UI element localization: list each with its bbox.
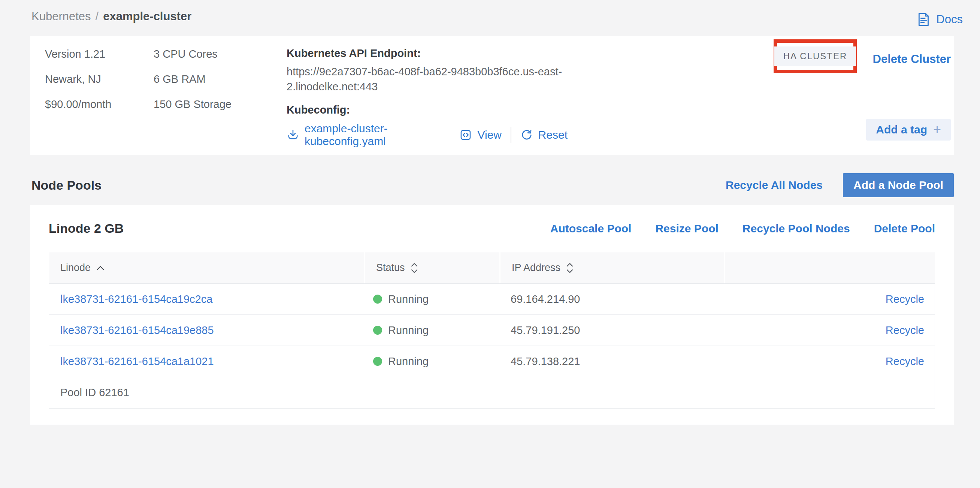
divider: [511, 127, 511, 143]
header-label-status: Status: [376, 262, 405, 274]
node-link[interactable]: lke38731-62161-6154ca19c2ca: [60, 293, 212, 305]
table-header-actions: [724, 252, 935, 283]
docs-icon: [916, 12, 931, 27]
view-label: View: [477, 129, 501, 141]
table-row: lke38731-62161-6154ca19e885 Running 45.7…: [49, 314, 935, 346]
node-pools-title: Node Pools: [32, 178, 102, 193]
add-tag-label: Add a tag: [876, 123, 927, 136]
status-text: Running: [388, 293, 429, 305]
table-row: lke38731-62161-6154ca19c2ca Running 69.1…: [49, 283, 935, 314]
recycle-button[interactable]: Recycle: [886, 355, 924, 368]
ip-address: 45.79.191.250: [500, 324, 724, 336]
status-text: Running: [388, 324, 429, 336]
pool-action-delete[interactable]: Delete Pool: [874, 222, 935, 235]
pool-action-autoscale[interactable]: Autoscale Pool: [550, 222, 632, 235]
table-header-row: Linode Status IP Address: [49, 252, 935, 283]
kubeconfig-actions-row: example-cluster-kubeconfig.yaml View: [286, 122, 568, 148]
api-endpoint-label: Kubernetes API Endpoint:: [286, 47, 568, 60]
reset-kubeconfig-button[interactable]: Reset: [520, 129, 568, 141]
plus-icon: +: [933, 123, 941, 136]
ip-address: 69.164.214.90: [500, 293, 724, 305]
breadcrumb-section-link[interactable]: Kubernetes: [32, 10, 91, 23]
status-dot: [373, 326, 382, 335]
divider: [450, 127, 451, 143]
annotation-highlight-box: HA CLUSTER: [773, 39, 857, 73]
table-header-status[interactable]: Status: [364, 252, 500, 283]
pool-action-resize[interactable]: Resize Pool: [655, 222, 718, 235]
node-link[interactable]: lke38731-62161-6154ca19e885: [60, 324, 214, 336]
header-label-ip: IP Address: [512, 262, 560, 274]
reset-icon: [520, 129, 533, 141]
spec-column-1: Version 1.21 Newark, NJ $90.00/month: [45, 41, 111, 117]
breadcrumb-separator: /: [95, 10, 99, 23]
reset-label: Reset: [538, 129, 568, 141]
kubeconfig-download-link[interactable]: example-cluster-kubeconfig.yaml: [286, 122, 441, 148]
status-dot: [373, 357, 382, 366]
spec-price: $90.00/month: [45, 92, 111, 117]
docs-link[interactable]: Docs: [916, 12, 963, 27]
node-pools-header: Node Pools Recycle All Nodes Add a Node …: [32, 169, 954, 201]
spec-ram: 6 GB RAM: [154, 67, 232, 92]
kubeconfig-label: Kubeconfig:: [286, 104, 568, 116]
header-label-linode: Linode: [60, 262, 91, 274]
spec-column-2: 3 CPU Cores 6 GB RAM 150 GB Storage: [154, 41, 232, 117]
ha-cluster-badge: HA CLUSTER: [774, 46, 856, 66]
spec-region: Newark, NJ: [45, 67, 111, 92]
breadcrumb: Kubernetes / example-cluster: [32, 10, 191, 23]
spec-version: Version 1.21: [45, 41, 111, 67]
recycle-button[interactable]: Recycle: [886, 324, 924, 336]
download-icon: [286, 129, 299, 141]
ip-address: 45.79.138.221: [500, 355, 724, 368]
node-pool-card: Linode 2 GB Autoscale Pool Resize Pool R…: [30, 205, 954, 425]
kubeconfig-filename: example-cluster-kubeconfig.yaml: [305, 122, 441, 148]
pool-name: Linode 2 GB: [49, 221, 124, 236]
api-endpoint-block: Kubernetes API Endpoint: https://9e2a730…: [286, 47, 568, 148]
status-indicator: Running: [364, 355, 500, 368]
table-header-ip[interactable]: IP Address: [500, 252, 724, 283]
node-link[interactable]: lke38731-62161-6154ca1a1021: [60, 355, 214, 367]
status-text: Running: [388, 355, 429, 368]
add-node-pool-button[interactable]: Add a Node Pool: [843, 173, 954, 197]
api-endpoint-url: https://9e2a7307-b6ac-408f-ba62-9483b0b3…: [286, 64, 568, 94]
breadcrumb-current: example-cluster: [103, 10, 191, 23]
status-indicator: Running: [364, 324, 500, 336]
nodes-table: Linode Status IP Address: [49, 252, 935, 408]
table-header-linode[interactable]: Linode: [49, 252, 364, 283]
pool-header: Linode 2 GB Autoscale Pool Resize Pool R…: [30, 205, 954, 252]
sort-both-icon: [566, 262, 574, 274]
recycle-all-nodes-button[interactable]: Recycle All Nodes: [725, 179, 822, 191]
view-kubeconfig-button[interactable]: View: [459, 129, 501, 141]
delete-cluster-button[interactable]: Delete Cluster: [873, 53, 951, 66]
spec-cpu: 3 CPU Cores: [154, 41, 232, 67]
table-row: lke38731-62161-6154ca1a1021 Running 45.7…: [49, 346, 935, 377]
recycle-button[interactable]: Recycle: [886, 293, 924, 305]
status-dot: [373, 295, 382, 304]
sort-ascending-icon: [96, 265, 105, 271]
code-view-icon: [459, 129, 472, 141]
add-tag-button[interactable]: Add a tag +: [866, 119, 951, 140]
sort-both-icon: [410, 262, 418, 274]
pool-action-recycle-nodes[interactable]: Recycle Pool Nodes: [743, 222, 850, 235]
cluster-summary-card: Version 1.21 Newark, NJ $90.00/month 3 C…: [30, 36, 954, 155]
pool-actions: Autoscale Pool Resize Pool Recycle Pool …: [550, 222, 935, 235]
spec-storage: 150 GB Storage: [154, 92, 232, 117]
status-indicator: Running: [364, 293, 500, 305]
docs-label: Docs: [936, 13, 963, 26]
pool-id-footer: Pool ID 62161: [49, 377, 935, 408]
